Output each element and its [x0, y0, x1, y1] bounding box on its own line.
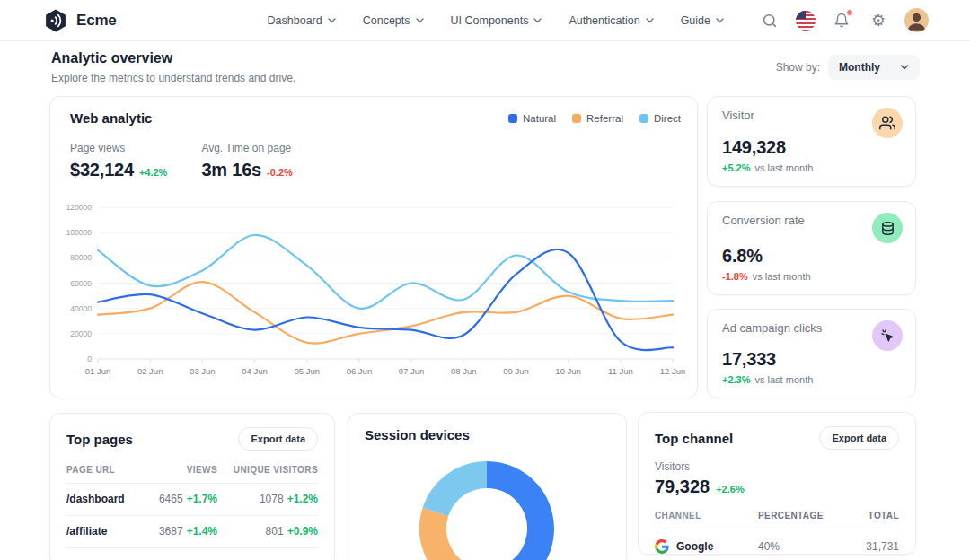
web-analytic-title: Web analytic: [70, 110, 152, 126]
legend-label: Direct: [654, 113, 681, 124]
table-row[interactable]: Google 40% 31,731: [655, 529, 899, 554]
legend-item-referral[interactable]: Referral: [572, 113, 623, 124]
svg-text:60000: 60000: [70, 279, 92, 288]
stat-value: 149,328: [722, 137, 901, 158]
stat-delta: -1.8%: [722, 271, 748, 282]
metric-label: Avg. Time on page: [201, 142, 292, 154]
chart-legend: Natural Referral Direct: [508, 113, 681, 124]
table-row[interactable]: /affiliate 3687+1.4% 801+0.9%: [66, 516, 318, 548]
cursor-click-icon: [872, 320, 903, 351]
unique-visitors-delta: +0.9%: [287, 525, 318, 538]
metric-delta: -0.2%: [267, 167, 293, 178]
coins-icon: [872, 213, 903, 243]
topbar: Ecme Dashboard Concepts UI Components Au…: [0, 0, 970, 41]
svg-text:02 Jun: 02 Jun: [137, 366, 163, 376]
legend-swatch: [572, 114, 581, 123]
page-subtitle: Explore the metrics to understand trends…: [51, 72, 295, 84]
column-percentage: PERCENTAGE: [758, 511, 845, 521]
export-data-button[interactable]: Export data: [819, 426, 899, 450]
chevron-down-icon: [716, 18, 724, 23]
svg-text:10 Jun: 10 Jun: [555, 366, 581, 376]
stat-delta-suffix: vs last month: [755, 374, 814, 385]
visitors-delta: +2.6%: [716, 484, 745, 494]
chevron-down-icon: [646, 18, 654, 23]
svg-text:01 Jun: 01 Jun: [85, 366, 111, 376]
show-by-select[interactable]: Monthly: [828, 55, 920, 80]
legend-swatch: [508, 114, 517, 123]
visitor-card: Visitor 149,328 +5.2% vs last month: [707, 96, 916, 187]
nav-item-dashboard[interactable]: Dashboard: [268, 14, 336, 27]
metric-value: $32,124: [70, 160, 134, 180]
nav-item-concepts[interactable]: Concepts: [363, 14, 424, 27]
channel-name: Google: [676, 540, 713, 553]
nav-item-guide[interactable]: Guide: [681, 14, 724, 27]
show-by-value: Monthly: [839, 61, 880, 74]
nav-label: Dashboard: [268, 14, 322, 27]
svg-text:100000: 100000: [66, 228, 93, 237]
views-delta: +1.7%: [187, 493, 217, 505]
nav-label: Authentication: [569, 14, 639, 27]
metric-delta: +4.2%: [139, 167, 168, 178]
avatar[interactable]: [904, 8, 929, 32]
svg-text:11 Jun: 11 Jun: [608, 366, 633, 376]
stat-delta-suffix: vs last month: [755, 162, 814, 173]
brand-name: Ecme: [76, 12, 117, 30]
svg-text:05 Jun: 05 Jun: [294, 366, 320, 376]
chevron-down-icon: [416, 18, 424, 23]
gear-icon[interactable]: ⚙: [868, 10, 889, 31]
channel-percentage: 40%: [758, 540, 845, 553]
svg-text:20000: 20000: [70, 329, 92, 338]
conversion-rate-card: Conversion rate 6.8% -1.8% vs last month: [707, 201, 916, 295]
donut-chart: [414, 457, 560, 560]
main-nav: Dashboard Concepts UI Components Authent…: [268, 14, 724, 27]
column-views: VIEWS: [135, 465, 217, 475]
views-delta: +1.4%: [187, 525, 217, 538]
visitors-value: 79,328: [655, 477, 710, 497]
legend-item-direct[interactable]: Direct: [639, 113, 681, 124]
chevron-down-icon: [328, 18, 336, 23]
stat-value: 6.8%: [722, 246, 901, 267]
metric-value: 3m 16s: [201, 160, 261, 180]
column-total: TOTAL: [845, 511, 899, 521]
column-page-url: PAGE URL: [66, 465, 135, 475]
top-pages-title: Top pages: [66, 432, 133, 447]
svg-text:40000: 40000: [70, 304, 92, 313]
nav-item-authentication[interactable]: Authentication: [569, 14, 653, 27]
us-flag-icon[interactable]: [796, 11, 816, 31]
topbar-actions: ⚙: [759, 8, 929, 32]
legend-label: Natural: [523, 113, 556, 124]
svg-text:04 Jun: 04 Jun: [242, 366, 268, 376]
top-pages-card: Top pages Export data PAGE URL VIEWS UNI…: [49, 413, 335, 560]
legend-label: Referral: [586, 113, 623, 124]
unique-visitors-value: 801: [266, 525, 284, 538]
visitors-label: Visitors: [655, 460, 899, 473]
unique-visitors-value: 1078: [260, 493, 284, 505]
page-title: Analytic overview: [51, 50, 295, 66]
page-url: /dashboard: [66, 493, 135, 505]
page-header: Analytic overview Explore the metrics to…: [51, 50, 295, 84]
search-icon[interactable]: [759, 10, 780, 31]
table-row[interactable]: /dashboard 6465+1.7% 1078+1.2%: [66, 484, 318, 516]
legend-swatch: [639, 114, 648, 123]
svg-text:03 Jun: 03 Jun: [190, 366, 216, 376]
chevron-down-icon: [534, 18, 542, 23]
nav-label: Guide: [681, 14, 710, 27]
stat-delta-suffix: vs last month: [753, 271, 811, 282]
nav-item-ui-components[interactable]: UI Components: [451, 14, 542, 27]
web-analytic-card: Web analytic Natural Referral Direct Pag…: [49, 96, 698, 398]
stat-value: 17,333: [722, 349, 901, 370]
hexagon-signal-icon: [43, 8, 68, 33]
svg-text:80000: 80000: [70, 253, 92, 262]
channel-total: 31,731: [845, 540, 899, 553]
export-data-button[interactable]: Export data: [238, 427, 318, 451]
top-channel-card: Top channel Export data Visitors 79,328 …: [638, 412, 916, 555]
column-unique-visitors: UNIQUE VISITORS: [217, 465, 318, 475]
chevron-down-icon: [900, 65, 909, 70]
notification-dot: [846, 9, 853, 16]
svg-text:07 Jun: 07 Jun: [399, 366, 425, 376]
brand-logo[interactable]: Ecme: [43, 8, 117, 33]
legend-item-natural[interactable]: Natural: [508, 113, 556, 124]
bell-icon[interactable]: [831, 10, 852, 31]
table-header: CHANNEL PERCENTAGE TOTAL: [655, 511, 899, 529]
stat-delta: +5.2%: [722, 162, 751, 173]
